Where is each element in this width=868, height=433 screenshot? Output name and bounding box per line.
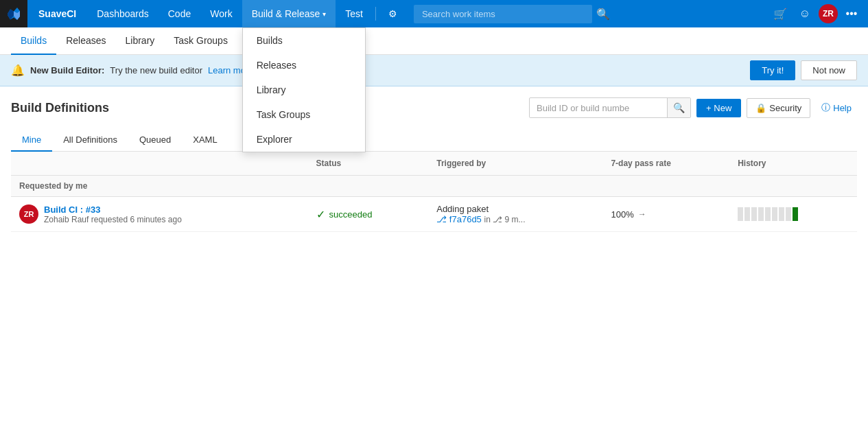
banner-text: Try the new build editor <box>110 65 202 75</box>
dropdown-item-builds[interactable]: Builds <box>243 28 365 53</box>
section-header-row: Requested by me <box>11 176 857 197</box>
build-search-button[interactable]: 🔍 <box>667 98 690 117</box>
trigger-repo: in ⎇ 9 m... <box>484 215 525 224</box>
try-it-button[interactable]: Try it! <box>750 60 795 80</box>
avatar: ZR <box>19 204 38 224</box>
build-search-wrap: 🔍 <box>529 97 691 118</box>
passrate-cell: 100% → <box>602 197 729 232</box>
history-bar-segment <box>751 207 757 221</box>
build-meta: Zohaib Rauf requested 6 minutes ago <box>44 215 182 224</box>
banner-content: 🔔 New Build Editor: Try the new build ed… <box>11 64 253 77</box>
pass-rate: 100% → <box>611 209 721 220</box>
nav-item-test[interactable]: Test <box>336 0 373 27</box>
subnav-task-groups[interactable]: Task Groups <box>164 27 237 55</box>
nav-settings-icon[interactable]: ⚙ <box>379 0 407 27</box>
search-area: 🔍 <box>414 3 762 25</box>
section-label: Requested by me <box>11 176 857 197</box>
trigger-commit-link[interactable]: f7a76d5 <box>449 214 482 224</box>
nav-item-dashboards[interactable]: Dashboards <box>87 0 159 27</box>
history-bar-segment <box>765 207 771 221</box>
history-bar-segment <box>779 207 784 221</box>
history-bar-segment <box>772 207 777 221</box>
history-bar-segment <box>786 207 791 221</box>
requested-time: requested 6 minutes ago <box>91 215 182 224</box>
build-search-input[interactable] <box>530 99 667 117</box>
dropdown-item-library[interactable]: Library <box>243 78 365 102</box>
tab-all-definitions[interactable]: All Definitions <box>52 129 128 152</box>
col-header-status: Status <box>308 152 429 176</box>
dropdown-item-explorer[interactable]: Explorer <box>243 127 365 152</box>
not-now-button[interactable]: Not now <box>801 60 857 80</box>
status-succeeded: ✓ succeeded <box>316 208 421 221</box>
nav-item-build-release[interactable]: Build & Release ▾ Builds Releases Librar… <box>242 0 336 27</box>
table-row: ZR Build CI : #33 Zohaib Rauf requested … <box>11 197 857 232</box>
app-logo[interactable] <box>0 0 27 27</box>
build-name-wrap: Build CI : #33 Zohaib Rauf requested 6 m… <box>44 204 182 224</box>
table-header-row: Status Triggered by 7-day pass rate Hist… <box>11 152 857 176</box>
requested-by: Zohaib Rauf <box>44 215 89 224</box>
page-header: Build Definitions 🔍 + New 🔒 Security ⓘ H… <box>11 97 857 118</box>
dropdown-arrow-icon: ▾ <box>322 10 326 18</box>
col-header-name <box>11 152 308 176</box>
help-circle-icon: ⓘ <box>821 102 830 114</box>
shield-icon: 🔒 <box>755 103 766 113</box>
pass-rate-arrow-icon: → <box>638 209 646 219</box>
check-icon: ✓ <box>316 208 325 221</box>
history-bar <box>738 207 849 221</box>
dropdown-item-releases[interactable]: Releases <box>243 53 365 78</box>
col-header-passrate: 7-day pass rate <box>602 152 729 176</box>
build-number-link[interactable]: #33 <box>86 204 101 215</box>
trigger-info: Adding paket ⎇ f7a76d5 in ⎇ 9 m... <box>436 204 594 224</box>
search-input[interactable] <box>414 5 592 23</box>
build-separator: : <box>80 204 83 215</box>
subnav-builds[interactable]: Builds <box>11 27 56 55</box>
nav-item-work[interactable]: Work <box>200 0 242 27</box>
pass-rate-value: 100% <box>611 209 633 220</box>
nav-item-code[interactable]: Code <box>159 0 200 27</box>
top-nav-right-actions: 🛒 ☺ ZR ••• <box>769 3 868 25</box>
triggered-cell: Adding paket ⎇ f7a76d5 in ⎇ 9 m... <box>428 197 602 232</box>
banner-actions: Try it! Not now <box>750 60 857 80</box>
status-text: succeeded <box>329 209 373 220</box>
trigger-details: ⎇ f7a76d5 in ⎇ 9 m... <box>436 214 594 224</box>
build-info-cell: ZR Build CI : #33 Zohaib Rauf requested … <box>11 197 308 232</box>
main-nav-items: Dashboards Code Work Build & Release ▾ B… <box>87 0 407 27</box>
status-cell: ✓ succeeded <box>308 197 429 232</box>
history-bar-segment <box>744 207 750 221</box>
history-bar-segment-success <box>793 207 798 221</box>
subnav-releases[interactable]: Releases <box>56 27 115 55</box>
page-actions: 🔍 + New 🔒 Security ⓘ Help <box>529 97 857 118</box>
builds-table: Status Triggered by 7-day pass rate Hist… <box>11 152 857 232</box>
page-content: Build Definitions 🔍 + New 🔒 Security ⓘ H… <box>0 86 868 243</box>
commit-icon: ⎇ <box>436 214 447 224</box>
sub-navigation: Builds Releases Library Task Groups Expl… <box>0 27 868 55</box>
col-header-triggered: Triggered by <box>428 152 602 176</box>
history-bar-segment <box>738 207 743 221</box>
help-button[interactable]: ⓘ Help <box>816 97 857 118</box>
search-icon[interactable]: 🔍 <box>592 3 614 25</box>
dropdown-item-task-groups[interactable]: Task Groups <box>243 102 365 127</box>
history-cell <box>729 197 857 232</box>
col-header-history: History <box>729 152 857 176</box>
build-release-dropdown: Builds Releases Library Task Groups Expl… <box>242 27 366 152</box>
basket-icon[interactable]: 🛒 <box>769 3 791 25</box>
top-navigation: SuaveCI Dashboards Code Work Build & Rel… <box>0 0 868 27</box>
history-bar-segment <box>758 207 764 221</box>
nav-separator <box>375 7 376 21</box>
new-build-button[interactable]: + New <box>696 99 741 117</box>
banner-icon: 🔔 <box>11 64 25 77</box>
security-button[interactable]: 🔒 Security <box>747 98 810 118</box>
tab-queued[interactable]: Queued <box>128 129 182 152</box>
new-build-editor-banner: 🔔 New Build Editor: Try the new build ed… <box>0 55 868 86</box>
trigger-message: Adding paket <box>436 204 594 214</box>
tab-mine[interactable]: Mine <box>11 129 52 152</box>
user-avatar[interactable]: ZR <box>819 4 838 23</box>
more-options-icon[interactable]: ••• <box>841 3 863 25</box>
secondary-tabs: Mine All Definitions Queued XAML <box>11 129 857 152</box>
subnav-library[interactable]: Library <box>116 27 165 55</box>
tab-xaml[interactable]: XAML <box>182 129 228 152</box>
banner-label: New Build Editor: <box>30 65 104 75</box>
build-name-link[interactable]: Build CI <box>44 204 78 215</box>
smiley-icon[interactable]: ☺ <box>794 3 816 25</box>
project-name[interactable]: SuaveCI <box>27 8 87 19</box>
